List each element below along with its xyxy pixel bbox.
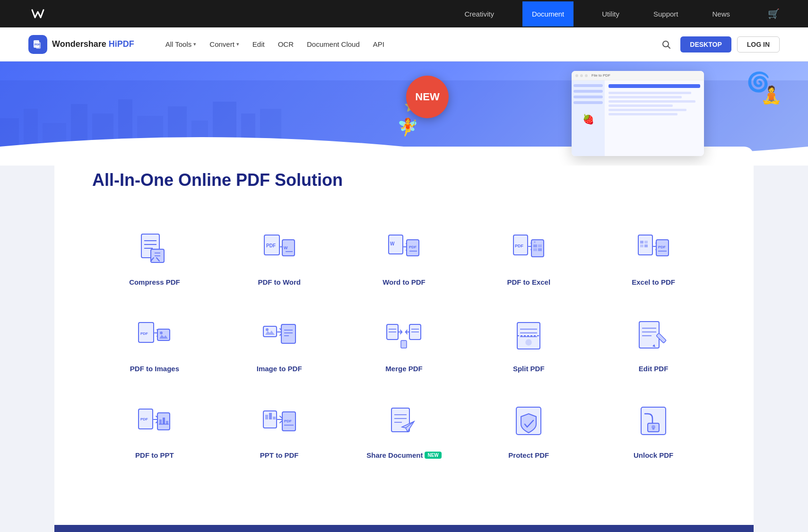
svg-rect-75	[639, 322, 659, 348]
svg-text:W: W	[284, 245, 288, 250]
tool-unlock-pdf[interactable]: Unlock PDF	[591, 387, 716, 473]
tool-compress-pdf[interactable]: Compress PDF	[92, 214, 217, 300]
svg-rect-54	[157, 329, 170, 340]
login-button[interactable]: LOG IN	[737, 36, 780, 52]
svg-rect-91	[273, 417, 276, 419]
svg-rect-38	[531, 240, 544, 257]
nav-support[interactable]: Support	[648, 1, 684, 26]
subnav-document-cloud[interactable]: Document Cloud	[302, 36, 365, 52]
tool-pdf-to-ppt[interactable]: PDF PDF to PPT	[92, 387, 217, 473]
hipdf-logo-text: Wondershare HiPDF	[52, 39, 134, 49]
edit-pdf-icon	[632, 314, 675, 357]
top-navigation: Creativity Document Utility Support News…	[0, 0, 808, 27]
svg-text:W: W	[390, 241, 395, 246]
tool-edit-pdf[interactable]: Edit PDF	[591, 300, 716, 387]
merge-pdf-label: Merge PDF	[385, 365, 422, 373]
desktop-button[interactable]: DESKTOP	[680, 36, 731, 52]
excel-to-pdf-icon: PDF	[632, 228, 675, 270]
arrow-icon: ▾	[236, 41, 239, 47]
svg-rect-46	[644, 241, 648, 244]
merge-pdf-icon	[382, 314, 425, 357]
pdf-to-images-label: PDF to Images	[130, 365, 179, 373]
nav-creativity[interactable]: Creativity	[459, 1, 500, 26]
nav-document[interactable]: Document	[522, 1, 573, 26]
protect-pdf-label: Protect PDF	[508, 451, 549, 459]
tool-pdf-to-images[interactable]: PDF PDF to Images	[92, 300, 217, 387]
svg-text:PDF: PDF	[266, 243, 276, 248]
word-to-pdf-icon: W PDF	[382, 228, 425, 270]
tool-share-document[interactable]: Share Document NEW	[342, 387, 467, 473]
tool-pdf-to-excel[interactable]: PDF X PDF to Excel	[466, 214, 591, 300]
pdf-to-word-icon: PDF W	[258, 228, 301, 270]
share-document-new-badge: NEW	[425, 452, 441, 459]
tools-grid: Compress PDF PDF W PDF to Word	[92, 214, 716, 473]
svg-rect-39	[533, 244, 537, 247]
excel-to-pdf-label: Excel to PDF	[632, 278, 675, 286]
tool-split-pdf[interactable]: Split PDF	[466, 300, 591, 387]
share-document-icon	[382, 401, 425, 444]
svg-rect-86	[166, 421, 168, 424]
svg-rect-45	[640, 241, 643, 244]
hipdf-logo[interactable]: PDF Wondershare HiPDF	[28, 35, 134, 54]
sub-nav-actions: DESKTOP LOG IN	[658, 36, 780, 53]
nav-utility[interactable]: Utility	[596, 1, 625, 26]
wondershare-logo[interactable]	[28, 5, 54, 22]
svg-line-5	[668, 46, 670, 48]
svg-rect-68	[401, 340, 407, 348]
sub-nav-items: All Tools ▾ Convert ▾ Edit OCR Document …	[161, 36, 641, 52]
svg-text:PDF: PDF	[284, 419, 292, 423]
svg-rect-56	[263, 326, 277, 337]
page-title: All-In-One Online PDF Solution	[92, 170, 716, 190]
ppt-to-pdf-icon: PDF	[258, 401, 301, 444]
svg-rect-47	[640, 244, 643, 247]
bottom-accent-bar	[54, 525, 754, 532]
sub-navigation: PDF Wondershare HiPDF All Tools ▾ Conver…	[0, 27, 808, 61]
tool-pdf-to-word[interactable]: PDF W PDF to Word	[217, 214, 342, 300]
top-nav-items: Creativity Document Utility Support News…	[459, 1, 780, 26]
tool-image-to-pdf[interactable]: Image to PDF	[217, 300, 342, 387]
svg-rect-48	[644, 244, 648, 247]
subnav-edit[interactable]: Edit	[248, 36, 269, 52]
svg-text:X: X	[534, 241, 536, 244]
new-badge: NEW	[406, 76, 449, 118]
split-pdf-icon	[507, 314, 550, 357]
main-content-card: All-In-One Online PDF Solution Compress …	[54, 147, 754, 525]
svg-rect-58	[281, 324, 295, 343]
pdf-to-excel-label: PDF to Excel	[507, 278, 550, 286]
split-pdf-label: Split PDF	[513, 365, 545, 373]
svg-text:PDF: PDF	[658, 245, 666, 249]
pdf-to-ppt-icon: PDF	[133, 401, 176, 444]
svg-text:PDF: PDF	[140, 417, 148, 421]
compress-pdf-label: Compress PDF	[129, 278, 180, 286]
subnav-ocr[interactable]: OCR	[273, 36, 298, 52]
subnav-all-tools[interactable]: All Tools ▾	[161, 36, 201, 52]
hipdf-logo-icon: PDF	[28, 35, 47, 54]
svg-point-74	[526, 340, 531, 345]
pdf-to-excel-icon: PDF X	[507, 228, 550, 270]
subnav-api[interactable]: API	[368, 36, 389, 52]
pdf-to-word-label: PDF to Word	[258, 278, 301, 286]
svg-rect-42	[538, 248, 542, 251]
nav-news[interactable]: News	[706, 1, 736, 26]
svg-text:PDF: PDF	[515, 244, 524, 248]
share-document-label: Share Document	[366, 451, 423, 459]
svg-rect-84	[159, 419, 162, 424]
cart-icon[interactable]: 🛒	[768, 8, 780, 19]
image-to-pdf-label: Image to PDF	[257, 365, 302, 373]
subnav-convert[interactable]: Convert ▾	[205, 36, 244, 52]
search-icon[interactable]	[658, 36, 675, 53]
svg-rect-90	[269, 413, 272, 419]
ppt-to-pdf-label: PPT to PDF	[260, 451, 299, 459]
svg-text:PDF: PDF	[140, 331, 148, 336]
tool-merge-pdf[interactable]: Merge PDF	[342, 300, 467, 387]
tool-excel-to-pdf[interactable]: PDF Excel to PDF	[591, 214, 716, 300]
pdf-to-ppt-label: PDF to PPT	[135, 451, 174, 459]
unlock-pdf-label: Unlock PDF	[634, 451, 673, 459]
tool-word-to-pdf[interactable]: W PDF Word to PDF	[342, 214, 467, 300]
tool-ppt-to-pdf[interactable]: PDF PPT to PDF	[217, 387, 342, 473]
svg-point-57	[266, 328, 269, 331]
tool-protect-pdf[interactable]: Protect PDF	[466, 387, 591, 473]
protect-pdf-icon	[507, 401, 550, 444]
hero-character-right: 🧘	[761, 85, 782, 105]
svg-rect-41	[533, 248, 537, 251]
